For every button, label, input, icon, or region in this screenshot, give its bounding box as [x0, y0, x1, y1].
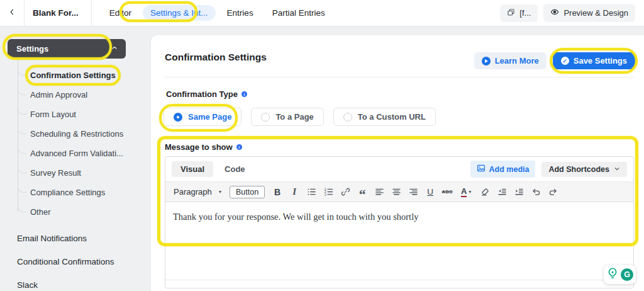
message-to-show-label: Message to show i [165, 142, 242, 152]
sidebar-item-label: Admin Approval [30, 90, 87, 100]
text-color-icon[interactable]: A▾ [456, 184, 476, 200]
paragraph-dropdown[interactable]: Paragraph ▾ [170, 187, 225, 197]
link-icon[interactable] [337, 184, 353, 200]
blockquote-icon[interactable]: “ [354, 184, 370, 200]
sidebar-item-label: Compliance Settings [30, 188, 105, 197]
info-icon[interactable]: i [236, 144, 242, 150]
lightbulb-icon [606, 267, 619, 282]
radio-option-label: To a Page [275, 112, 313, 122]
sidebar-item-slack[interactable]: Slack [0, 273, 151, 291]
divider [91, 0, 92, 26]
radio-option-label: Same Page [188, 112, 231, 122]
undo-icon[interactable] [528, 184, 544, 200]
radio-option-to-a-page[interactable]: To a Page [251, 108, 323, 126]
radio-option-label: To a Custom URL [358, 112, 426, 122]
paragraph-dropdown-label: Paragraph [174, 187, 212, 197]
confirmation-type-label: Confirmation Type i [166, 89, 247, 99]
editor-tab-visual[interactable]: Visual [172, 161, 213, 177]
editor-tab-code[interactable]: Code [216, 161, 254, 177]
strikethrough-icon[interactable]: ABC [439, 184, 455, 200]
grammarly-widget[interactable]: G [604, 265, 636, 284]
main-panel: Confirmation Settings Learn More ✓ Save … [151, 35, 644, 291]
tab-editor[interactable]: Editor [102, 5, 139, 21]
chevron-up-icon [111, 44, 118, 54]
editor-tabrow: VisualCode Add media Add Shortcodes [165, 157, 633, 181]
radio-option-same-page[interactable]: Same Page [164, 108, 242, 126]
tab-settings-int[interactable]: Settings & Int... [143, 5, 216, 21]
svg-text:3: 3 [324, 193, 326, 197]
outdent-icon[interactable] [494, 184, 510, 200]
sidebar-item-label: Advanced Form Validati... [30, 149, 123, 158]
shortcode-button[interactable]: [f... [500, 4, 538, 22]
editor-content-area[interactable]: Thank you for your response. We will get… [165, 202, 633, 280]
copy-icon [507, 8, 515, 18]
save-settings-button[interactable]: ✓ Save Settings [553, 52, 635, 69]
check-circle-icon: ✓ [561, 57, 569, 65]
redo-icon[interactable] [545, 184, 561, 200]
confirmation-message-text[interactable]: Thank you for your response. We will get… [165, 202, 633, 232]
save-settings-label: Save Settings [574, 56, 627, 66]
preview-design-label: Preview & Design [564, 8, 628, 18]
back-button[interactable] [0, 0, 24, 26]
underline-icon[interactable]: U [422, 184, 438, 200]
header-actions: Learn More ✓ Save Settings [474, 52, 635, 69]
radio-icon [343, 113, 352, 122]
info-icon[interactable]: i [242, 91, 247, 97]
learn-more-label: Learn More [495, 56, 539, 66]
caret-down-icon: ▾ [219, 189, 221, 195]
back-chevron-icon [8, 7, 16, 20]
shortcode-button-label: [f... [519, 8, 531, 18]
radio-icon [174, 113, 182, 122]
align-center-icon[interactable] [388, 184, 404, 200]
editor-statusbar [165, 280, 633, 288]
indent-icon[interactable] [511, 184, 527, 200]
bold-icon[interactable]: B [269, 184, 286, 200]
sidebar-item-label: Form Layout [30, 110, 76, 119]
editor-mode-tabs: VisualCode [172, 161, 257, 177]
sidebar-item-label: Other [30, 207, 51, 217]
editor-toolbar-icons: Paragraph ▾ Button BI123“UABCA▾ [165, 181, 633, 202]
message-editor: VisualCode Add media Add Shortcodes [165, 156, 634, 288]
add-media-label: Add media [489, 165, 530, 174]
align-left-icon[interactable] [371, 184, 387, 200]
sidebar-item-label: Scheduling & Restrictions [30, 129, 123, 139]
tab-entries[interactable]: Entries [219, 5, 261, 21]
numbered-list-icon[interactable]: 123 [320, 184, 336, 200]
preview-design-button[interactable]: Preview & Design [543, 4, 635, 22]
topbar: Blank For... EditorSettings & Int...Entr… [0, 0, 644, 26]
add-shortcodes-dropdown[interactable]: Add Shortcodes [541, 162, 627, 177]
sidebar-item-label: Confirmation Settings [30, 71, 116, 80]
topbar-tabs: EditorSettings & Int...EntriesPartial En… [102, 5, 333, 21]
play-icon [482, 57, 491, 66]
grammarly-icon: G [621, 268, 633, 281]
learn-more-button[interactable]: Learn More [474, 52, 547, 69]
media-icon [477, 164, 486, 174]
confirmation-type-options: Same PageTo a PageTo a Custom URL [164, 108, 436, 126]
sidebar-item-label: Survey Result [30, 168, 81, 178]
settings-sidebar: Settings Confirmation SettingsAdmin Appr… [0, 26, 151, 291]
clear-formatting-icon[interactable] [477, 184, 493, 200]
tab-partial-entries[interactable]: Partial Entries [265, 5, 333, 21]
page-title: Confirmation Settings [165, 52, 267, 63]
sidebar-settings-header[interactable]: Settings [8, 39, 126, 59]
sidebar-root-list: Email NotificationsConditional Confirmat… [0, 227, 151, 291]
add-shortcodes-label: Add Shortcodes [548, 165, 609, 174]
radio-option-to-a-custom-url[interactable]: To a Custom URL [333, 108, 436, 126]
sidebar-settings-label: Settings [16, 44, 48, 54]
sidebar-item-email-notifications[interactable]: Email Notifications [0, 227, 151, 250]
sidebar-group-list: Confirmation SettingsAdmin ApprovalForm … [0, 66, 151, 222]
insert-button-tool[interactable]: Button [230, 186, 265, 198]
align-right-icon[interactable] [405, 184, 421, 200]
italic-icon[interactable]: I [286, 184, 303, 200]
divider [165, 77, 634, 77]
eye-icon [550, 8, 559, 18]
form-name[interactable]: Blank For... [25, 8, 91, 18]
add-media-button[interactable]: Add media [470, 161, 536, 178]
bulleted-list-icon[interactable] [303, 184, 319, 200]
app-window: Blank For... EditorSettings & Int...Entr… [0, 0, 644, 291]
chevron-down-icon [614, 165, 620, 174]
radio-icon [261, 113, 270, 122]
sidebar-item-other[interactable]: Other [0, 202, 151, 222]
sidebar-item-conditional-confirmations[interactable]: Conditional Confirmations [0, 250, 151, 273]
